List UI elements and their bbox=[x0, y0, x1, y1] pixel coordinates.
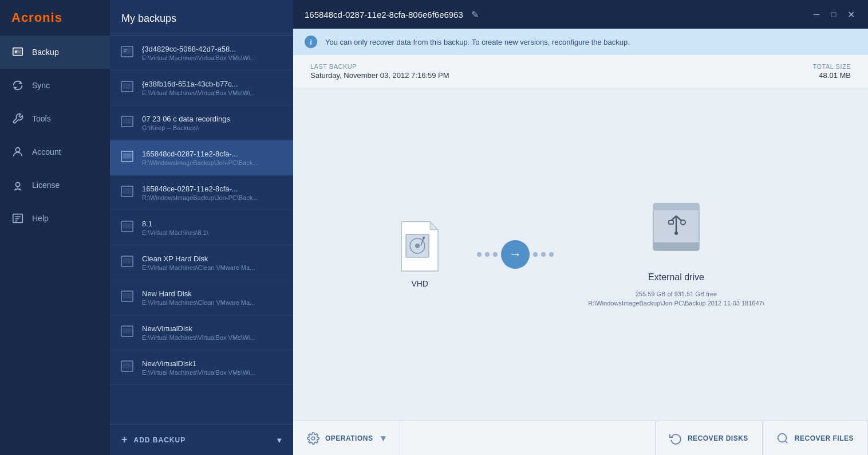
license-icon bbox=[11, 179, 24, 191]
svg-rect-41 bbox=[653, 207, 699, 210]
recover-files-button[interactable]: RECOVER FILES bbox=[763, 421, 868, 455]
sidebar-item-label: Backup bbox=[32, 48, 59, 57]
list-item[interactable]: NewVirtualDisk E:\Virtual Machines\Virtu… bbox=[110, 315, 293, 350]
backup-item-path: E:\Virtual Machines\8.1\ bbox=[142, 229, 284, 236]
list-item[interactable]: Clean XP Hard Disk E:\Virtual Machines\C… bbox=[110, 245, 293, 280]
recover-files-label: RECOVER FILES bbox=[795, 434, 854, 442]
gear-icon bbox=[307, 432, 319, 445]
sidebar-item-account[interactable]: Account bbox=[0, 135, 110, 168]
vhd-label: VHD bbox=[411, 279, 428, 288]
sidebar-item-help[interactable]: Help bbox=[0, 202, 110, 235]
minimize-button[interactable]: ─ bbox=[811, 10, 822, 19]
svg-rect-1 bbox=[15, 50, 21, 53]
bottom-toolbar: OPERATIONS ▾ RECOVER DISKS RECOVER FILES bbox=[293, 421, 868, 455]
last-backup-label: LAST BACKUP bbox=[310, 63, 449, 70]
drive-capacity: 255.59 GB of 931.51 GB free bbox=[636, 291, 717, 297]
arrow-container: → bbox=[477, 240, 554, 269]
svg-rect-11 bbox=[123, 49, 131, 53]
svg-rect-17 bbox=[123, 119, 131, 123]
add-backup-bar[interactable]: + ADD BACKUP ▾ bbox=[110, 424, 293, 455]
backup-title: 165848cd-0287-11e2-8cfa-806e6f6e6963 bbox=[305, 10, 463, 19]
list-item[interactable]: 165848cd-0287-11e2-8cfa-... R:\WindowsIm… bbox=[110, 140, 293, 175]
svg-point-36 bbox=[415, 244, 420, 248]
sync-icon bbox=[11, 79, 24, 92]
sidebar-item-tools[interactable]: Tools bbox=[0, 102, 110, 135]
sidebar-item-backup[interactable]: Backup bbox=[0, 36, 110, 69]
sidebar: Acronis Backup Sync Tools bbox=[0, 0, 110, 455]
list-item[interactable]: {e38fb16d-651a-43cb-b77c... E:\Virtual M… bbox=[110, 70, 293, 105]
chevron-down-icon: ▾ bbox=[381, 433, 386, 444]
list-item[interactable]: {3d4829cc-5068-42d7-a58... E:\Virtual Ma… bbox=[110, 36, 293, 70]
last-backup-stat: LAST BACKUP Saturday, November 03, 2012 … bbox=[310, 63, 449, 80]
recover-disks-button[interactable]: RECOVER DISKS bbox=[655, 421, 763, 455]
backup-item-name: {3d4829cc-5068-42d7-a58... bbox=[142, 45, 284, 53]
main-content: 165848cd-0287-11e2-8cfa-806e6f6e6963 ✎ ─… bbox=[293, 0, 868, 455]
svg-rect-43 bbox=[653, 246, 699, 250]
backup-item-name: 165848cd-0287-11e2-8cfa-... bbox=[142, 150, 284, 158]
svg-rect-19 bbox=[123, 154, 131, 158]
list-item[interactable]: 8.1 E:\Virtual Machines\8.1\ bbox=[110, 210, 293, 245]
sidebar-item-label: Tools bbox=[32, 114, 51, 123]
svg-point-4 bbox=[15, 148, 19, 152]
info-text: You can only recover data from this back… bbox=[325, 38, 630, 46]
svg-rect-25 bbox=[123, 258, 131, 263]
edit-icon[interactable]: ✎ bbox=[471, 9, 479, 20]
backup-drive-icon bbox=[119, 79, 135, 97]
external-drive-icon bbox=[650, 201, 702, 263]
dot-4 bbox=[533, 252, 538, 257]
svg-rect-27 bbox=[123, 293, 131, 298]
vhd-source: VHD bbox=[397, 221, 443, 288]
app-logo: Acronis bbox=[0, 0, 110, 36]
backup-drive-icon bbox=[119, 218, 135, 237]
sidebar-item-label: Sync bbox=[32, 81, 50, 90]
dot-2 bbox=[485, 252, 490, 257]
backup-list-header: My backups bbox=[110, 0, 293, 36]
backup-item-path: E:\Virtual Machines\VirtualBox VMs\Wi... bbox=[142, 369, 284, 376]
backup-item-path: R:\WindowsImageBackup\Jon-PC\Back... bbox=[142, 159, 284, 166]
svg-point-5 bbox=[15, 182, 19, 186]
vhd-file-icon bbox=[397, 221, 443, 272]
svg-point-51 bbox=[778, 433, 787, 442]
backup-drive-icon bbox=[119, 358, 135, 376]
list-item[interactable]: 165848ce-0287-11e2-8cfa-... R:\WindowsIm… bbox=[110, 175, 293, 210]
list-item[interactable]: New Hard Disk E:\Virtual Machines\Clean … bbox=[110, 280, 293, 315]
dot-1 bbox=[477, 252, 482, 257]
list-item[interactable]: NewVirtualDisk1 E:\Virtual Machines\Virt… bbox=[110, 350, 293, 385]
info-icon: i bbox=[305, 36, 317, 48]
external-drive-label: External drive bbox=[648, 272, 704, 283]
sidebar-item-sync[interactable]: Sync bbox=[0, 69, 110, 102]
backup-item-path: E:\Virtual Machines\Clean VMware Ma... bbox=[142, 299, 284, 306]
total-size-stat: TOTAL SIZE 48.01 MB bbox=[812, 63, 851, 80]
operations-label: OPERATIONS bbox=[325, 434, 373, 442]
operations-button[interactable]: OPERATIONS ▾ bbox=[293, 421, 400, 455]
close-button[interactable]: ✕ bbox=[845, 9, 857, 20]
plus-icon: + bbox=[121, 434, 128, 446]
window-controls: ─ □ ✕ bbox=[811, 9, 857, 20]
backup-item-name: NewVirtualDisk1 bbox=[142, 359, 284, 368]
sidebar-item-label: Help bbox=[32, 214, 49, 223]
list-item[interactable]: 07 23 06 c data recordings G:\Keep -- Ba… bbox=[110, 105, 293, 140]
tools-icon bbox=[11, 112, 24, 125]
svg-rect-6 bbox=[13, 214, 23, 223]
svg-point-38 bbox=[423, 237, 425, 239]
svg-marker-33 bbox=[430, 222, 438, 230]
arrow-circle: → bbox=[501, 240, 530, 269]
backup-item-path: E:\Virtual Machines\VirtualBox VMs\Wi... bbox=[142, 54, 284, 61]
sidebar-item-license[interactable]: License bbox=[0, 168, 110, 202]
account-icon bbox=[11, 146, 24, 158]
backup-item-name: NewVirtualDisk bbox=[142, 324, 284, 333]
backup-list-panel: My backups {3d4829cc-5068-42d7-a58... E:… bbox=[110, 0, 293, 455]
total-size-label: TOTAL SIZE bbox=[812, 63, 851, 70]
svg-point-50 bbox=[311, 437, 315, 440]
backup-item-name: {e38fb16d-651a-43cb-b77c... bbox=[142, 80, 284, 88]
backup-drive-icon bbox=[119, 183, 135, 202]
backup-item-name: Clean XP Hard Disk bbox=[142, 254, 284, 263]
backup-item-path: R:\WindowsImageBackup\Jon-PC\Back... bbox=[142, 194, 284, 201]
backup-icon bbox=[11, 46, 24, 58]
svg-rect-21 bbox=[123, 189, 131, 193]
chevron-down-icon: ▾ bbox=[277, 436, 282, 445]
restore-button[interactable]: □ bbox=[828, 10, 839, 19]
backup-item-path: E:\Virtual Machines\Clean VMware Ma... bbox=[142, 264, 284, 271]
backup-drive-icon bbox=[119, 44, 135, 62]
backup-item-path: E:\Virtual Machines\VirtualBox VMs\Wi... bbox=[142, 89, 284, 96]
